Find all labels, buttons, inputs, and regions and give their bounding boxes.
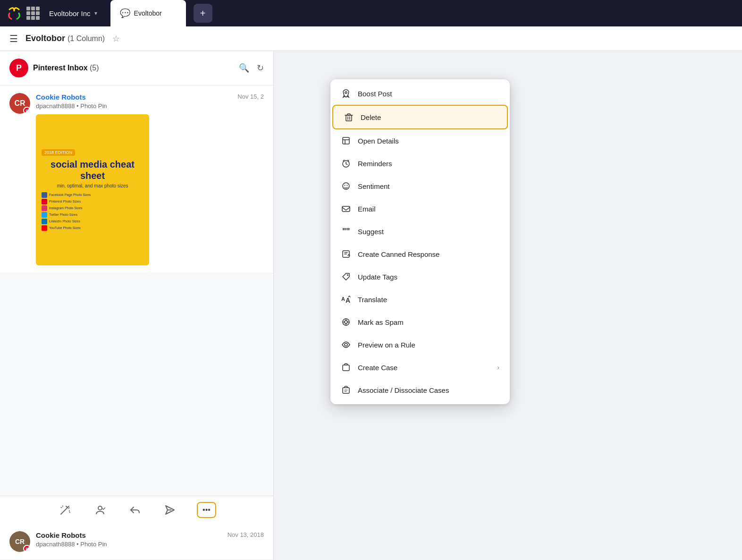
menu-item-sentiment[interactable]: Sentiment [330,175,510,197]
message-item-2[interactable]: CR P Cookie Robots Nov 13, 2018 dpacnath… [0,524,273,560]
menu-item-preview-rule[interactable]: Preview on a Rule [330,333,510,356]
message-content-1: Cookie Robots Nov 15, 2 dpacnath8888 • P… [36,93,264,265]
top-navigation: Evoltobor Inc ▾ 💬 Evoltobor + [0,0,742,26]
email-icon [341,204,351,214]
search-button[interactable]: 🔍 [239,63,249,73]
favorite-icon[interactable]: ☆ [112,34,120,44]
menu-item-reminders[interactable]: Reminders [330,152,510,175]
svg-point-8 [345,92,347,93]
reply-button[interactable] [127,502,143,518]
suggest-label: Suggest [358,228,499,236]
person-icon [95,505,105,515]
menu-item-create-case[interactable]: Create Case › [330,356,510,379]
main-layout: P Pinterest Inbox (5) 🔍 ↻ CR P Cookie Ro… [0,51,742,560]
create-case-label: Create Case [358,364,490,372]
message-item-1[interactable]: CR P Cookie Robots Nov 15, 2 dpacnath888… [0,85,273,273]
mark-spam-label: Mark as Spam [358,318,499,326]
inbox-actions: 🔍 ↻ [239,63,264,73]
preview-rule-label: Preview on a Rule [358,341,499,349]
eye-icon [341,339,351,350]
img-main-title: social media cheat sheet [42,159,143,181]
chevron-right-icon: › [497,364,499,371]
message-content-2: Cookie Robots Nov 13, 2018 dpacnath8888 … [36,531,264,552]
company-selector[interactable]: Evoltobor Inc ▾ [43,7,103,20]
tag-icon [341,272,351,282]
menu-item-create-canned[interactable]: Create Canned Response [330,243,510,265]
menu-item-email[interactable]: Email [330,197,510,220]
create-case-icon [341,362,351,373]
sub-navigation: ☰ Evoltobor (1 Column) ☆ [0,26,742,51]
app-logo [6,5,23,22]
quote-icon: " " [341,226,351,237]
wand-icon [60,505,70,515]
associate-cases-icon [341,385,351,395]
message-image-1: 2018 EDITION social media cheat sheet mi… [36,114,264,265]
spam-icon [341,317,351,327]
menu-item-delete[interactable]: Delete [332,105,508,129]
reminders-label: Reminders [358,160,499,168]
update-tags-label: Update Tags [358,273,499,281]
tab-label: Evoltobor [134,9,162,17]
svg-point-32 [345,343,347,346]
img-sub-title: min, optimal, and max photo sizes [57,183,128,188]
avatar-1: CR P [9,93,30,114]
svg-rect-19 [342,206,350,212]
svg-point-17 [345,185,346,186]
svg-rect-33 [343,365,349,371]
svg-line-0 [61,508,67,514]
company-name: Evoltobor Inc [49,9,91,17]
svg-point-18 [347,185,348,186]
svg-rect-34 [343,388,349,393]
menu-item-boost-post[interactable]: Boost Post [330,82,510,105]
right-panel: Boost Post Delete [274,51,742,560]
svg-point-6 [98,506,102,510]
sender-name-2: Cookie Robots [36,531,86,539]
social-media-cheat-sheet-img: 2018 EDITION social media cheat sheet mi… [36,114,149,265]
translate-label: Translate [358,296,499,304]
menu-item-open-details[interactable]: Open Details [330,129,510,152]
refresh-button[interactable]: ↻ [257,63,264,73]
translate-icon: A A [341,294,351,305]
pinterest-avatar: P [9,59,28,77]
menu-item-associate-cases[interactable]: Associate / Dissociate Cases [330,379,510,401]
menu-item-mark-spam[interactable]: Mark as Spam [330,311,510,333]
smiley-icon [341,181,351,191]
send-button[interactable] [162,502,178,518]
svg-text:A: A [346,297,350,304]
tab-evoltobor[interactable]: 💬 Evoltobor [110,0,186,26]
platform-badge-1: P [23,107,30,114]
inbox-panel: P Pinterest Inbox (5) 🔍 ↻ CR P Cookie Ro… [0,51,274,560]
clock-icon [341,158,351,169]
reply-toolbar: ••• [0,496,273,524]
context-menu: Boost Post Delete [330,79,510,404]
sentiment-label: Sentiment [358,182,499,190]
platform-badge-2: P [23,545,30,552]
assign-button[interactable] [92,502,108,518]
reply-icon [130,505,140,515]
send-icon [165,505,175,515]
svg-rect-12 [343,137,349,144]
email-label: Email [358,205,499,213]
message-date-1: Nov 15, 2 [237,93,264,100]
nav-tabs: 💬 Evoltobor [110,0,186,26]
app-grid-icon[interactable] [26,7,40,20]
hamburger-menu-icon[interactable]: ☰ [9,33,18,44]
svg-point-23 [347,274,348,276]
create-canned-label: Create Canned Response [358,250,499,258]
svg-point-27 [345,321,347,323]
menu-item-translate[interactable]: A A Translate [330,288,510,311]
open-details-label: Open Details [358,137,499,145]
new-tab-button[interactable]: + [194,4,212,23]
sender-name-1: Cookie Robots [36,93,86,101]
ellipsis-icon: ••• [202,506,211,514]
message-date-2: Nov 13, 2018 [228,531,264,538]
associate-cases-label: Associate / Dissociate Cases [358,386,499,394]
magic-wand-button[interactable] [57,502,73,518]
svg-text:": " [346,227,350,236]
inbox-header: P Pinterest Inbox (5) 🔍 ↻ [0,51,273,85]
menu-item-suggest[interactable]: " " Suggest [330,220,510,243]
menu-item-update-tags[interactable]: Update Tags [330,265,510,288]
more-actions-button[interactable]: ••• [197,502,216,518]
page-title: Evoltobor (1 Column) [25,34,105,43]
inbox-title-wrap: P Pinterest Inbox (5) [9,59,99,77]
